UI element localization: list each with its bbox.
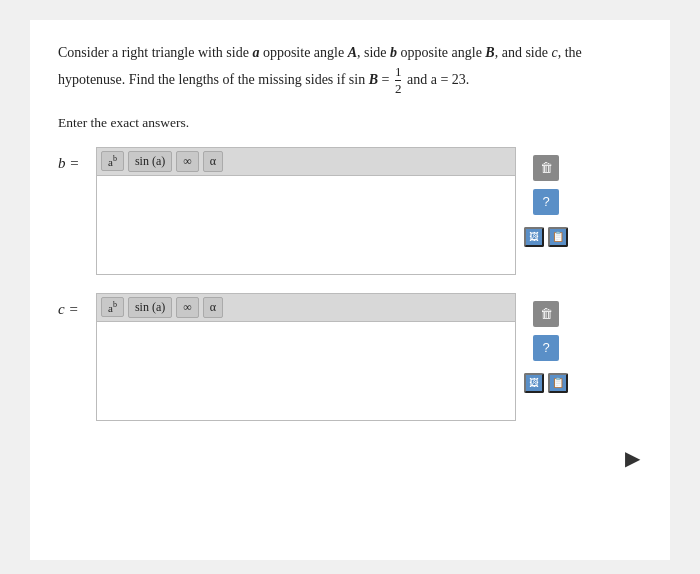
b-trash-button[interactable]: 🗑 [533,155,559,181]
and-a-value: and a = 23. [407,72,469,87]
c-sin-button[interactable]: sin (a) [128,297,172,318]
b-input-area: ab sin (a) ∞ α [96,147,516,275]
b-label-text: b = [58,155,79,171]
fraction: 1 2 [395,64,402,96]
c-alpha-button[interactable]: α [203,297,223,318]
trash-icon: 🗑 [540,160,553,175]
b-label: b = [58,155,96,172]
b-power-button[interactable]: ab [101,151,124,171]
b-bottom-icons: 🖼 📋 [524,227,568,247]
exact-text: Enter the exact answers. [58,115,189,130]
c-text-input[interactable] [96,321,516,421]
exact-answers-label: Enter the exact answers. [58,115,642,131]
c-help-icon: ? [542,340,549,355]
c-toolbar: ab sin (a) ∞ α [96,293,516,321]
c-power-button[interactable]: ab [101,297,124,317]
b-image-button[interactable]: 🖼 [524,227,544,247]
b-side-icons: 🗑 ? 🖼 📋 [524,155,568,247]
c-trash-icon: 🗑 [540,306,553,321]
clipboard-icon: 📋 [552,231,564,242]
sinB-var: B [369,72,378,87]
cursor-arrow: ▶ [625,446,640,470]
b-alpha-button[interactable]: α [203,151,223,172]
help-icon: ? [542,194,549,209]
var-c: c [551,45,557,60]
c-input-area: ab sin (a) ∞ α [96,293,516,421]
var-b: b [390,45,397,60]
c-help-button[interactable]: ? [533,335,559,361]
c-label-text: c = [58,301,79,317]
angle-B: B [485,45,494,60]
c-answer-block: c = ab sin (a) ∞ α 🗑 ? 🖼 📋 [58,293,642,421]
b-help-button[interactable]: ? [533,189,559,215]
b-toolbar: ab sin (a) ∞ α [96,147,516,175]
b-answer-block: b = ab sin (a) ∞ α 🗑 ? 🖼 📋 [58,147,642,275]
c-side-icons: 🗑 ? 🖼 📋 [524,301,568,393]
c-image-icon: 🖼 [529,377,539,388]
page-wrapper: Consider a right triangle with side a op… [30,20,670,560]
c-clipboard-button[interactable]: 📋 [548,373,568,393]
image-icon: 🖼 [529,231,539,242]
b-text-input[interactable] [96,175,516,275]
c-trash-button[interactable]: 🗑 [533,301,559,327]
line1: Consider a right triangle with side a op… [58,45,582,60]
var-a: a [252,45,259,60]
problem-text: Consider a right triangle with side a op… [58,42,642,97]
frac-denominator: 2 [395,81,402,97]
c-infinity-button[interactable]: ∞ [176,297,199,318]
line2: hypotenuse. Find the lengths of the miss… [58,72,469,87]
b-sin-button[interactable]: sin (a) [128,151,172,172]
c-label: c = [58,301,96,318]
c-clipboard-icon: 📋 [552,377,564,388]
b-infinity-button[interactable]: ∞ [176,151,199,172]
b-clipboard-button[interactable]: 📋 [548,227,568,247]
c-bottom-icons: 🖼 📋 [524,373,568,393]
frac-numerator: 1 [395,64,402,80]
c-image-button[interactable]: 🖼 [524,373,544,393]
angle-A: A [348,45,357,60]
